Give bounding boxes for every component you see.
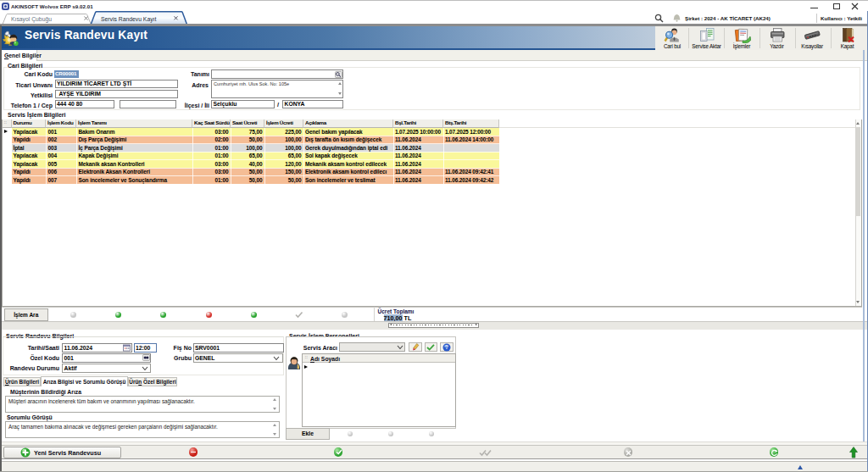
- svg-text:Kısayol Çubuğu: Kısayol Çubuğu: [11, 16, 52, 23]
- svg-text:?: ?: [445, 344, 448, 350]
- svg-text:Servis Randevu Kayıt: Servis Randevu Kayıt: [101, 16, 156, 23]
